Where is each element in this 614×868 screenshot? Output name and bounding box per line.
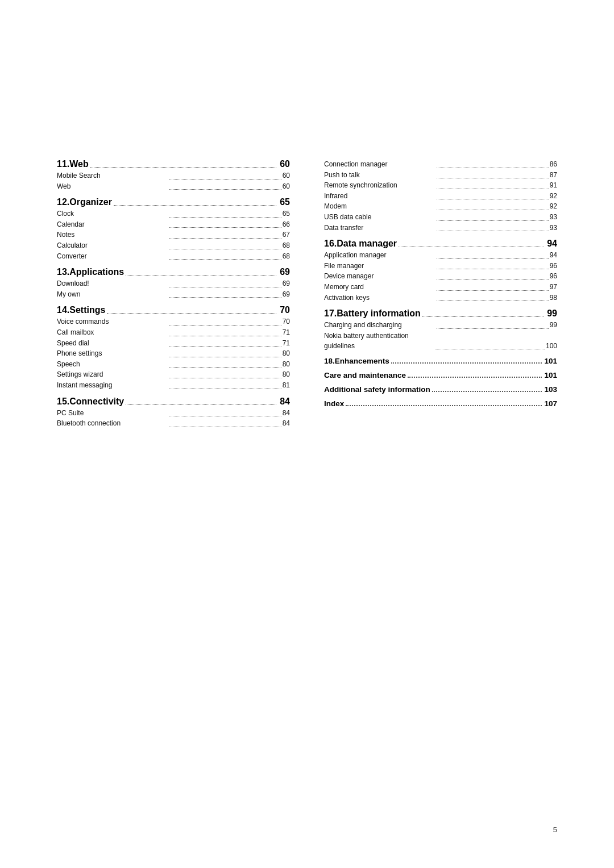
heading-settings-page: 70	[280, 305, 290, 315]
list-item: Modem 92	[324, 201, 557, 212]
heading-safety: Additional safety information	[324, 385, 430, 394]
content-area: 11.Web 60 Mobile Search 60 Web 60	[57, 159, 557, 435]
heading-index: Index	[324, 399, 344, 408]
list-item: Converter 68	[57, 251, 290, 262]
list-item: Activation keys 98	[324, 293, 557, 303]
list-item: File manager 96	[324, 261, 557, 272]
page: 11.Web 60 Mobile Search 60 Web 60	[0, 0, 614, 868]
list-item: Application manager 94	[324, 250, 557, 261]
list-item: PC Suite 84	[57, 408, 290, 419]
toc-columns: 11.Web 60 Mobile Search 60 Web 60	[57, 159, 557, 435]
heading-organizer: 12.Organizer	[57, 197, 112, 207]
list-item: Push to talk 87	[324, 170, 557, 181]
heading-enhancements-page: 101	[544, 357, 557, 365]
list-item: Device manager 96	[324, 271, 557, 282]
list-item: Web 60	[57, 181, 290, 192]
section-organizer: 12.Organizer 65 Clock 65 Calendar 66	[57, 197, 290, 261]
list-item: USB data cable 93	[324, 212, 557, 223]
list-item: My own 69	[57, 289, 290, 300]
section-settings: 14.Settings 70 Voice commands 70 Call ma…	[57, 305, 290, 390]
list-item: Settings wizard 80	[57, 369, 290, 380]
list-item: guidelines 100	[324, 341, 557, 352]
heading-care-page: 101	[544, 371, 557, 379]
section-web: 11.Web 60 Mobile Search 60 Web 60	[57, 159, 290, 191]
list-item: Remote synchronization 91	[324, 180, 557, 191]
list-item: Phone settings 80	[57, 348, 290, 359]
section-data-manager: 16.Data manager 94 Application manager 9…	[324, 239, 557, 303]
heading-index-page: 107	[544, 399, 557, 408]
heading-battery-page: 99	[547, 308, 557, 319]
list-item: Connection manager 86	[324, 159, 557, 170]
section-index: Index 107	[324, 399, 557, 408]
section-safety: Additional safety information 103	[324, 385, 557, 394]
list-item: Notes 67	[57, 229, 290, 240]
list-item: Calculator 68	[57, 240, 290, 251]
section-enhancements: 18.Enhancements 101	[324, 357, 557, 365]
heading-applications: 13.Applications	[57, 267, 124, 277]
heading-safety-page: 103	[544, 385, 557, 394]
section-battery: 17.Battery information 99 Charging and d…	[324, 308, 557, 351]
list-item: Speech 80	[57, 359, 290, 370]
list-item: Memory card 97	[324, 282, 557, 293]
list-item: Speed dial 71	[57, 338, 290, 349]
list-item: Call mailbox 71	[57, 327, 290, 338]
heading-data-manager: 16.Data manager	[324, 239, 397, 249]
heading-connectivity: 15.Connectivity	[57, 397, 124, 407]
heading-care: Care and maintenance	[324, 371, 406, 379]
list-item: Charging and discharging 99	[324, 320, 557, 331]
heading-web-page: 60	[280, 159, 290, 169]
list-item: Nokia battery authentication	[324, 331, 557, 341]
list-item: Download! 69	[57, 278, 290, 289]
list-item: Calendar 66	[57, 219, 290, 230]
list-item: Instant messaging 81	[57, 380, 290, 391]
page-number: 5	[553, 825, 557, 834]
heading-data-manager-page: 94	[547, 239, 557, 249]
left-column: 11.Web 60 Mobile Search 60 Web 60	[57, 159, 290, 435]
list-item: Data transfer 93	[324, 223, 557, 233]
section-applications: 13.Applications 69 Download! 69 My own 6…	[57, 267, 290, 299]
list-item: Clock 65	[57, 208, 290, 219]
heading-battery: 17.Battery information	[324, 308, 421, 319]
list-item: Bluetooth connection 84	[57, 418, 290, 429]
heading-applications-page: 69	[280, 267, 290, 277]
heading-connectivity-page: 84	[280, 397, 290, 407]
section-care: Care and maintenance 101	[324, 371, 557, 379]
section-connectivity: 15.Connectivity 84 PC Suite 84 Bluetooth…	[57, 397, 290, 429]
list-item: Mobile Search 60	[57, 170, 290, 181]
list-item: Voice commands 70	[57, 316, 290, 327]
section-connection-items: Connection manager 86 Push to talk 87 Re…	[324, 159, 557, 233]
heading-organizer-page: 65	[280, 197, 290, 207]
right-column: Connection manager 86 Push to talk 87 Re…	[324, 159, 557, 435]
heading-settings: 14.Settings	[57, 305, 105, 315]
list-item: Infrared 92	[324, 191, 557, 202]
heading-enhancements: 18.Enhancements	[324, 357, 389, 365]
heading-web: 11.Web	[57, 159, 89, 169]
